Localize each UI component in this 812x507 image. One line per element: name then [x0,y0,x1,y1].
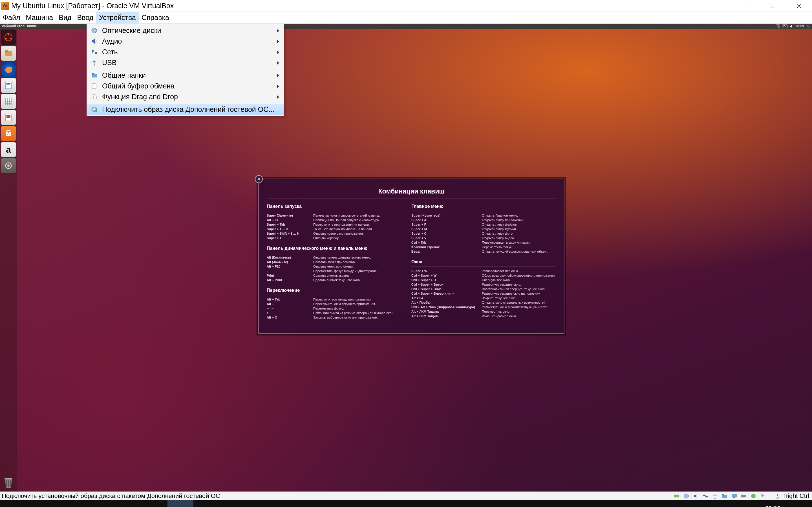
svg-text:A: A [7,132,10,136]
titlebar: My Ubuntu Linux [Работает] - Oracle VM V… [0,0,812,12]
keyboard-lang-icon[interactable]: En [782,24,788,28]
menubar-item-4[interactable]: Устройства [96,12,139,23]
hdd-icon[interactable] [673,492,680,500]
menu-item-disc-plus[interactable]: Подключить образ диска Дополнений гостев… [87,104,284,115]
menubar-item-2[interactable]: Вид [56,12,74,23]
chevron-right-icon [277,71,280,79]
recording-icon[interactable] [740,492,748,500]
menu-item-net[interactable]: Сеть [87,47,284,57]
disc-plus-icon [90,105,98,113]
libreoffice-writer-icon[interactable] [1,78,16,93]
display-indicator-icon[interactable] [730,492,738,500]
start-button[interactable] [2,500,28,507]
audio-indicator-icon[interactable] [692,492,700,500]
unity-launcher: A a [0,29,17,492]
task-view-button[interactable] [57,500,83,507]
menu-item-clipboard[interactable]: Общий буфер обмена [87,80,284,91]
menubar-item-0[interactable]: Файл [0,12,23,23]
firefox-icon[interactable] [1,62,16,77]
vm-state-icon[interactable] [750,492,757,500]
svg-point-34 [93,108,95,110]
mouse-integration-icon[interactable] [759,492,767,500]
clipboard-icon [90,82,98,90]
keyboard-shortcuts-overlay: ✕ Комбинации клавиш Панель запускаSuper … [258,179,564,334]
shortcut-row: Alt + PrintСделать снимок текущего окна. [267,278,411,282]
shortcut-row: Ctrl + Super + ВверхРазвернуть текущее о… [411,282,556,287]
svg-point-37 [684,494,689,498]
shortcut-row: ВводОткрыть текущий сфокусированный объе… [411,249,556,254]
close-icon[interactable]: ✕ [255,175,263,183]
shortcut-row: Super + TОткрыть корзину. [267,236,411,240]
menu-item-label: Подключить образ диска Дополнений гостев… [102,105,274,114]
network-icon[interactable] [702,492,709,500]
statusbar-text: Подключить установочный образ диска с па… [0,492,220,500]
libreoffice-calc-icon[interactable] [1,94,16,109]
shortcut-row: Alt + QЗакрыть выбранное окно или прилож… [267,315,411,320]
amazon-icon[interactable]: a [1,142,16,157]
svg-rect-14 [6,98,11,105]
close-button[interactable] [786,0,812,12]
svg-point-6 [10,38,11,40]
svg-rect-16 [6,115,10,118]
search-button[interactable] [29,500,55,507]
file-explorer-button[interactable] [85,500,110,507]
libreoffice-impress-icon[interactable] [1,110,16,125]
shortcut-row: Super + WРазворачивает все окна. [411,269,556,273]
menubar-item-1[interactable]: Машина [23,12,56,23]
shared-folders-icon[interactable] [721,492,728,500]
usb-indicator-icon[interactable] [711,492,719,500]
svg-point-2 [808,26,809,27]
shortcut-row: Super + Shift + 1 ... 9Открыть новое окн… [267,231,411,236]
svg-rect-29 [92,83,96,89]
system-settings-icon[interactable] [1,158,16,173]
dash-icon[interactable] [1,30,16,45]
gear-icon[interactable] [806,24,810,28]
trash-icon[interactable] [1,475,16,490]
ubuntu-software-icon[interactable]: A [1,126,16,141]
optical-icon[interactable] [682,492,690,500]
menu-item-label: Функция Drag and Drop [102,93,178,101]
minimize-button[interactable] [734,0,760,12]
svg-rect-13 [6,86,9,86]
shortcut-row: Alt + TabПереключиться между приложениям… [267,297,411,302]
taskbar-clock[interactable]: 20:09 21.12.2017 [757,505,788,507]
menu-item-audio[interactable]: Аудио [87,36,284,47]
files-icon[interactable] [1,46,16,61]
vm-statusbar: Подключить установочный образ диска с па… [0,492,812,500]
shortcut-row: Alt + ЛКМ ТащитьПереместить окно. [411,309,556,314]
store-button[interactable] [112,500,138,507]
menu-item-disc[interactable]: Оптические диски [87,25,284,36]
devices-menu: Оптические дискиАудиоСетьUSBОбщие папкиО… [87,24,284,116]
window-title: My Ubuntu Linux [Работает] - Oracle VM V… [11,2,174,10]
menubar-item-5[interactable]: Справка [139,12,172,23]
svg-point-40 [714,498,716,499]
taskbar-time: 20:09 [765,505,780,507]
svg-rect-30 [93,83,95,84]
ubuntu-indicators[interactable]: Ц En 20:09 [776,24,812,28]
virtualbox-icon [1,2,9,10]
menu-item-drag[interactable]: Функция Drag and Drop [87,91,284,102]
virtualbox-taskbar-button[interactable] [167,500,193,507]
action-center-button[interactable] [794,500,810,507]
menubar-item-3[interactable]: Ввод [74,12,96,23]
volume-icon[interactable] [790,24,793,28]
svg-point-46 [751,494,756,498]
ubuntu-clock[interactable]: 20:09 [795,24,804,28]
chevron-right-icon [277,82,280,90]
shortcut-row: Super + TabПереключить приложения на пан… [267,222,411,227]
svg-rect-12 [6,84,10,85]
drag-icon [90,93,98,101]
host-key-icon[interactable] [774,492,781,500]
mail-button[interactable] [140,500,166,507]
svg-rect-44 [733,497,735,498]
maximize-button[interactable] [760,0,786,12]
menu-item-folder[interactable]: Общие папки [87,70,284,80]
shortcut-row: ← →Переместить фокус. [267,306,411,311]
shortcut-row: ← →Переместить фокус между индикаторами. [267,269,411,273]
menu-item-usb[interactable]: USB [87,57,284,68]
svg-rect-0 [771,4,775,8]
svg-rect-45 [741,495,745,497]
keyboard-layout-icon[interactable]: Ц [776,24,780,28]
svg-point-23 [93,30,95,31]
shortcut-row: Alt + ПробелОткрыть окно специальных воз… [411,300,556,305]
